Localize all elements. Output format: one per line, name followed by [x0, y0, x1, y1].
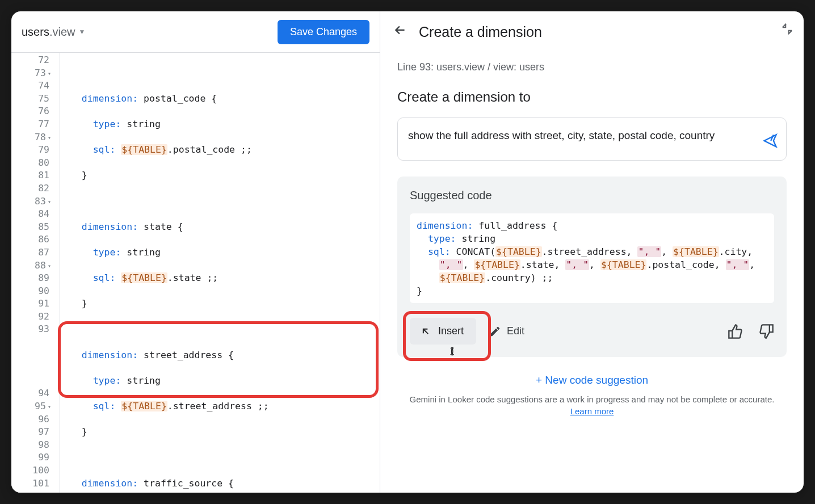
- filename-prefix: users: [22, 26, 49, 38]
- back-arrow-icon[interactable]: [393, 23, 408, 41]
- thumbs-down-icon[interactable]: [758, 324, 774, 339]
- prompt-text: show the full address with street, city,…: [408, 129, 715, 141]
- new-code-suggestion-link[interactable]: + New code suggestion: [397, 374, 787, 387]
- disclaimer-text: Gemini in Looker code suggestions are a …: [397, 393, 787, 423]
- filename-ext: .view: [49, 26, 75, 38]
- panel-title: Create a dimension: [419, 24, 542, 40]
- pencil-icon: [489, 325, 501, 338]
- editor-panel: users.view ▼ Save Changes 72737475767778…: [11, 11, 380, 493]
- assistant-header: Create a dimension: [380, 11, 804, 52]
- insert-button[interactable]: Insert: [410, 318, 476, 345]
- assistant-body: Line 93: users.view / view: users Create…: [380, 52, 804, 493]
- learn-more-link[interactable]: Learn more: [570, 406, 614, 416]
- suggested-code-block: dimension: full_address { type: string s…: [410, 213, 774, 303]
- assistant-panel: Create a dimension Line 93: users.view /…: [380, 11, 804, 493]
- window: users.view ▼ Save Changes 72737475767778…: [11, 11, 804, 493]
- chevron-down-icon: ▼: [78, 28, 85, 36]
- prompt-heading: Create a dimension to: [397, 89, 787, 105]
- filename-dropdown[interactable]: users.view ▼: [22, 26, 85, 39]
- suggestion-actions: Insert Edit: [410, 318, 774, 345]
- code-editor[interactable]: 7273747576777879808182838485868788899091…: [11, 52, 380, 493]
- insert-button-label: Insert: [438, 325, 464, 337]
- code-content[interactable]: dimension: postal_code { type: string sq…: [60, 53, 380, 493]
- edit-button[interactable]: Edit: [489, 325, 524, 338]
- send-icon[interactable]: [762, 133, 778, 149]
- mouse-cursor-icon: [448, 345, 459, 358]
- breadcrumb: Line 93: users.view / view: users: [397, 61, 787, 73]
- save-changes-button[interactable]: Save Changes: [278, 20, 369, 44]
- editor-gutter: 7273747576777879808182838485868788899091…: [11, 53, 60, 493]
- collapse-icon[interactable]: [781, 23, 793, 35]
- insert-arrow-icon: [420, 326, 431, 337]
- editor-header: users.view ▼ Save Changes: [11, 11, 380, 52]
- suggested-code-card: Suggested code dimension: full_address {…: [397, 177, 787, 357]
- thumbs-up-icon[interactable]: [728, 324, 743, 339]
- svg-point-0: [775, 135, 776, 136]
- edit-button-label: Edit: [507, 325, 524, 337]
- prompt-input[interactable]: show the full address with street, city,…: [397, 117, 787, 161]
- suggested-code-title: Suggested code: [410, 189, 774, 202]
